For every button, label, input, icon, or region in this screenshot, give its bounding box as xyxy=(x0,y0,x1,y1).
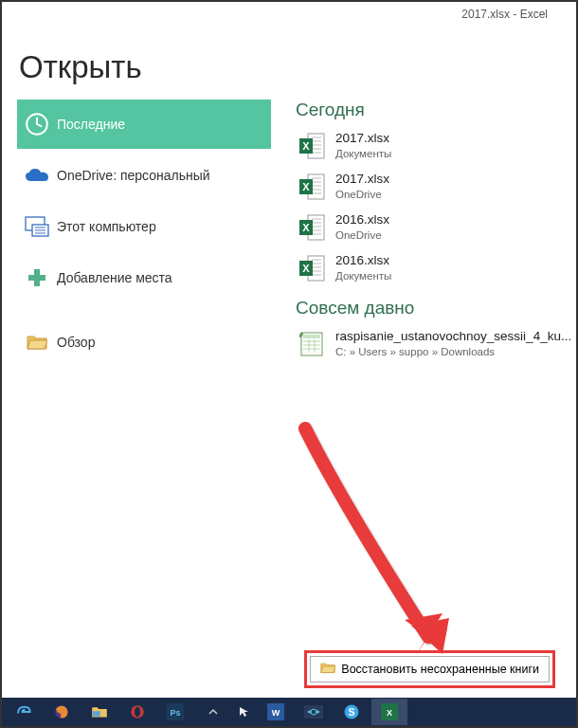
excel-file-icon: X xyxy=(296,252,328,284)
taskbar-firefox[interactable] xyxy=(44,699,80,725)
file-item[interactable]: X2016.xlsxДокументы xyxy=(296,250,576,286)
excel-file-icon: X xyxy=(296,130,328,162)
nav-recent-label: Последние xyxy=(57,117,125,132)
nav-thispc[interactable]: Этот компьютер xyxy=(17,202,271,251)
folder-icon xyxy=(17,334,57,351)
taskbar: Ps W S X xyxy=(2,698,576,726)
taskbar-word[interactable]: W xyxy=(258,699,294,725)
folder-icon xyxy=(320,662,335,677)
svg-text:S: S xyxy=(348,706,354,718)
recover-unsaved-button[interactable]: Восстановить несохраненные книги xyxy=(310,656,550,682)
taskbar-tray-arrow[interactable] xyxy=(195,699,231,725)
clock-icon xyxy=(17,112,57,136)
file-location: Документы xyxy=(335,269,391,282)
svg-text:X: X xyxy=(387,708,392,718)
nav-onedrive[interactable]: OneDrive: персональный xyxy=(17,151,271,200)
file-location: Документы xyxy=(335,147,391,160)
section-longtime-title: Совсем давно xyxy=(296,298,576,318)
nav-browse-label: Обзор xyxy=(57,335,95,350)
recover-highlight-box: Восстановить несохраненные книги xyxy=(304,650,555,688)
file-item[interactable]: X2017.xlsxOneDrive xyxy=(296,169,576,205)
excel-file-icon: X xyxy=(296,171,328,203)
svg-rect-49 xyxy=(93,711,100,716)
recover-button-label: Восстановить несохраненные книги xyxy=(341,663,539,676)
svg-point-51 xyxy=(135,707,140,718)
taskbar-excel[interactable]: X xyxy=(371,699,407,725)
page-title: Открыть xyxy=(2,21,576,100)
excel-file-icon: X xyxy=(296,211,328,244)
file-name: 2017.xlsx xyxy=(335,172,389,188)
file-name: 2017.xlsx xyxy=(335,131,391,147)
taskbar-cursor[interactable] xyxy=(233,699,256,725)
taskbar-photoshop[interactable]: Ps xyxy=(157,699,193,725)
svg-rect-41 xyxy=(303,335,320,338)
taskbar-file-explorer[interactable] xyxy=(81,699,117,725)
cloud-icon xyxy=(17,167,57,184)
title-bar: 2017.xlsx - Excel xyxy=(2,2,576,21)
nav-thispc-label: Этот компьютер xyxy=(57,219,156,234)
file-location: C: » Users » suppo » Downloads xyxy=(335,345,571,358)
file-name: 2016.xlsx xyxy=(335,253,391,269)
svg-rect-7 xyxy=(28,275,45,281)
svg-text:X: X xyxy=(302,222,310,233)
svg-text:X: X xyxy=(302,181,310,192)
svg-text:X: X xyxy=(302,263,310,274)
annotation-arrow xyxy=(286,419,476,675)
nav-addplace-label: Добавление места xyxy=(57,270,172,285)
file-item[interactable]: X2016.xlsxOneDrive xyxy=(296,209,576,246)
taskbar-edge[interactable] xyxy=(6,699,42,725)
svg-text:Ps: Ps xyxy=(170,708,180,718)
recent-files-panel: Сегодня X2017.xlsxДокументыX2017.xlsxOne… xyxy=(271,100,576,369)
nav-recent[interactable]: Последние xyxy=(17,100,271,149)
taskbar-opera[interactable] xyxy=(119,699,155,725)
file-item[interactable]: raspisanie_ustanovochnoy_sessii_4_ku...C… xyxy=(296,326,576,362)
plus-icon xyxy=(17,266,57,289)
taskbar-skype[interactable]: S xyxy=(334,699,370,725)
svg-text:W: W xyxy=(272,708,280,718)
file-name: 2016.xlsx xyxy=(335,212,389,228)
nav-addplace[interactable]: Добавление места xyxy=(17,253,271,302)
excel-file-icon xyxy=(296,328,328,360)
open-locations-list: Последние OneDrive: персональный Этот ко… xyxy=(17,100,271,369)
monitor-icon xyxy=(17,216,57,237)
file-location: OneDrive xyxy=(335,228,389,242)
file-item[interactable]: X2017.xlsxДокументы xyxy=(296,128,576,164)
nav-browse[interactable]: Обзор xyxy=(17,318,271,367)
svg-text:X: X xyxy=(302,140,310,152)
taskbar-teamviewer[interactable] xyxy=(296,699,332,725)
window-title: 2017.xlsx - Excel xyxy=(461,8,548,21)
file-location: OneDrive xyxy=(335,188,389,201)
svg-marker-47 xyxy=(411,618,449,654)
nav-onedrive-label: OneDrive: персональный xyxy=(57,168,210,183)
file-name: raspisanie_ustanovochnoy_sessii_4_ku... xyxy=(335,329,571,345)
section-today-title: Сегодня xyxy=(296,100,576,120)
